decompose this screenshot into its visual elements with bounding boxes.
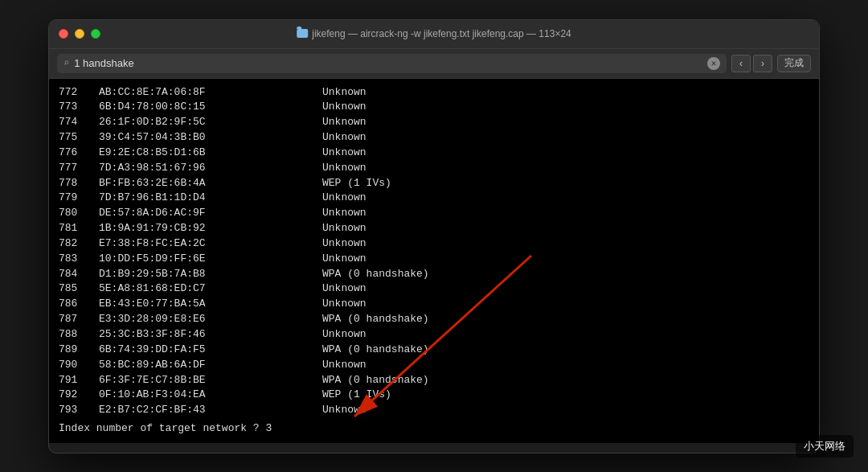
row-status: Unknown (322, 206, 366, 221)
table-row: 791 6F:3F:7E:C7:8B:BE WPA (0 handshake) (59, 373, 809, 388)
table-row: 775 39:C4:57:04:3B:B0 Unknown (59, 130, 809, 146)
row-status: Unknown (322, 297, 366, 312)
table-row: 782 E7:38:F8:FC:EA:2C Unknown (59, 236, 809, 252)
row-status: Unknown (322, 85, 366, 101)
row-index: 790 (59, 358, 99, 373)
terminal-wrapper: 772 AB:CC:8E:7A:06:8F Unknown773 6B:D4:7… (49, 79, 819, 453)
table-row: 781 1B:9A:91:79:CB:92 Unknown (59, 221, 809, 236)
row-status: Unknown (322, 252, 366, 267)
table-row: 790 58:BC:89:AB:6A:DF Unknown (59, 358, 809, 373)
maximize-button[interactable] (91, 29, 100, 39)
row-index: 787 (59, 312, 99, 327)
prev-button[interactable]: ‹ (731, 55, 751, 72)
row-mac: 0F:10:AB:F3:04:EA (99, 388, 260, 403)
row-index: 784 (59, 267, 99, 282)
row-mac: E3:3D:28:09:E8:E6 (99, 312, 260, 327)
window-title: jikefeng — aircrack-ng -w jikefeng.txt j… (297, 28, 571, 39)
terminal-window: jikefeng — aircrack-ng -w jikefeng.txt j… (48, 19, 820, 454)
row-status: Unknown (322, 161, 366, 176)
row-mac: D1:B9:29:5B:7A:B8 (99, 267, 260, 282)
row-status: Unknown (322, 281, 366, 297)
row-mac: E2:B7:C2:CF:BF:43 (99, 403, 260, 418)
table-row: 785 5E:A8:81:68:ED:C7 Unknown (59, 281, 809, 297)
row-mac: 7D:A3:98:51:67:96 (99, 161, 260, 176)
row-index: 791 (59, 373, 99, 388)
table-row: 793 E2:B7:C2:CF:BF:43 Unknown (59, 403, 809, 418)
search-input-wrap: ⌕ ✕ (57, 54, 727, 73)
row-status: Unknown (322, 191, 366, 206)
done-button[interactable]: 完成 (777, 55, 811, 72)
row-mac: 39:C4:57:04:3B:B0 (99, 130, 260, 146)
row-mac: 25:3C:B3:3F:8F:46 (99, 327, 260, 343)
row-status: WEP (1 IVs) (322, 176, 391, 191)
watermark: 小天网络 (796, 435, 854, 458)
row-index: 789 (59, 343, 99, 358)
table-row: 779 7D:B7:96:B1:1D:D4 Unknown (59, 191, 809, 206)
row-index: 793 (59, 403, 99, 418)
row-index: 780 (59, 206, 99, 221)
table-row: 786 EB:43:E0:77:BA:5A Unknown (59, 297, 809, 312)
row-index: 777 (59, 161, 99, 176)
row-mac: 10:DD:F5:D9:FF:6E (99, 252, 260, 267)
search-icon: ⌕ (63, 57, 69, 69)
row-status: WPA (0 handshake) (322, 373, 429, 388)
row-index: 792 (59, 388, 99, 403)
row-status: WEP (1 IVs) (322, 388, 391, 403)
row-mac: 6B:74:39:DD:FA:F5 (99, 343, 260, 358)
row-index: 786 (59, 297, 99, 312)
table-row: 784 D1:B9:29:5B:7A:B8 WPA (0 handshake) (59, 267, 809, 282)
row-status: Unknown (322, 358, 366, 373)
row-status: Unknown (322, 146, 366, 161)
row-status: Unknown (322, 403, 366, 418)
table-row: 788 25:3C:B3:3F:8F:46 Unknown (59, 327, 809, 343)
traffic-lights (59, 29, 100, 39)
row-mac: 1B:9A:91:79:CB:92 (99, 221, 260, 236)
row-index: 783 (59, 252, 99, 267)
nav-buttons: ‹ › (731, 55, 772, 72)
prompt-line: Index number of target network ? 3 (59, 421, 809, 437)
row-index: 781 (59, 221, 99, 236)
table-row: 772 AB:CC:8E:7A:06:8F Unknown (59, 85, 809, 101)
search-input[interactable] (74, 57, 702, 69)
row-mac: E9:2E:C8:B5:D1:6B (99, 146, 260, 161)
search-clear-button[interactable]: ✕ (707, 57, 720, 70)
folder-icon (297, 29, 308, 38)
row-status: Unknown (322, 327, 366, 343)
close-button[interactable] (59, 29, 68, 39)
row-status: Unknown (322, 236, 366, 252)
table-row: 787 E3:3D:28:09:E8:E6 WPA (0 handshake) (59, 312, 809, 327)
table-row: 773 6B:D4:78:00:8C:15 Unknown (59, 100, 809, 115)
table-row: 778 BF:FB:63:2E:6B:4A WEP (1 IVs) (59, 176, 809, 191)
row-mac: 7D:B7:96:B1:1D:D4 (99, 191, 260, 206)
next-button[interactable]: › (753, 55, 772, 72)
row-status: Unknown (322, 115, 366, 130)
terminal-content: 772 AB:CC:8E:7A:06:8F Unknown773 6B:D4:7… (49, 79, 819, 443)
row-mac: EB:43:E0:77:BA:5A (99, 297, 260, 312)
minimize-button[interactable] (75, 29, 84, 39)
row-index: 775 (59, 130, 99, 146)
table-row: 789 6B:74:39:DD:FA:F5 WPA (0 handshake) (59, 343, 809, 358)
table-row: 776 E9:2E:C8:B5:D1:6B Unknown (59, 146, 809, 161)
row-status: Unknown (322, 221, 366, 236)
table-row: 780 DE:57:8A:D6:AC:9F Unknown (59, 206, 809, 221)
row-index: 773 (59, 100, 99, 115)
row-mac: E7:38:F8:FC:EA:2C (99, 236, 260, 252)
row-index: 774 (59, 115, 99, 130)
row-mac: 26:1F:0D:B2:9F:5C (99, 115, 260, 130)
search-bar: ⌕ ✕ ‹ › 完成 (49, 49, 819, 79)
row-index: 785 (59, 281, 99, 297)
title-bar: jikefeng — aircrack-ng -w jikefeng.txt j… (49, 20, 819, 49)
row-index: 772 (59, 85, 99, 101)
row-mac: 6F:3F:7E:C7:8B:BE (99, 373, 260, 388)
table-row: 792 0F:10:AB:F3:04:EA WEP (1 IVs) (59, 388, 809, 403)
table-row: 777 7D:A3:98:51:67:96 Unknown (59, 161, 809, 176)
row-mac: BF:FB:63:2E:6B:4A (99, 176, 260, 191)
row-status: Unknown (322, 130, 366, 146)
row-status: WPA (0 handshake) (322, 312, 429, 327)
row-status: WPA (0 handshake) (322, 343, 429, 358)
row-index: 788 (59, 327, 99, 343)
row-mac: 58:BC:89:AB:6A:DF (99, 358, 260, 373)
row-index: 776 (59, 146, 99, 161)
row-index: 782 (59, 236, 99, 252)
row-index: 779 (59, 191, 99, 206)
